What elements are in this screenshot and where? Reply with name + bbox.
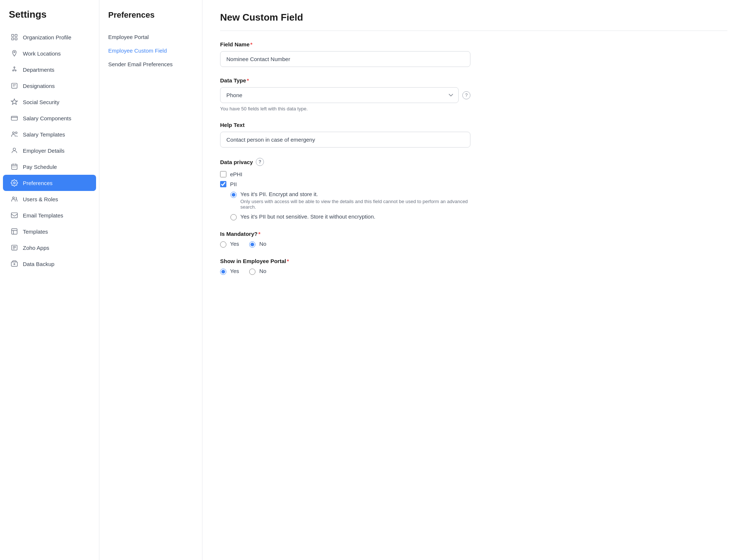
sidebar-item-salary-components[interactable]: Salary Components [3, 110, 96, 126]
middle-title: Preferences [108, 10, 193, 20]
sidebar-label: Social Security [23, 99, 59, 105]
sidebar-label: Preferences [23, 180, 53, 186]
sidebar-item-designations[interactable]: Designations [3, 78, 96, 94]
sidebar-item-pay-schedule[interactable]: Pay Schedule [3, 159, 96, 175]
mandatory-no-item[interactable]: No [249, 241, 266, 248]
pii-checkbox-item[interactable]: PII [220, 181, 470, 187]
mandatory-group: Is Mandatory?* Yes No [220, 231, 470, 248]
pii-option1[interactable]: Yes it's PII. Encrypt and store it. Only… [230, 191, 470, 210]
sidebar-label: Users & Roles [23, 196, 58, 202]
portal-no-item[interactable]: No [249, 268, 266, 275]
employee-portal-group: Show in Employee Portal* Yes No [220, 258, 470, 275]
mandatory-no-radio[interactable] [249, 241, 255, 248]
mandatory-radio-row: Yes No [220, 241, 470, 248]
templates-icon [10, 227, 18, 235]
svg-rect-3 [15, 38, 17, 40]
sidebar-item-employer-details[interactable]: Employer Details [3, 142, 96, 159]
field-name-label: Field Name* [220, 41, 470, 47]
sidebar-title: Settings [0, 9, 99, 29]
data-privacy-label: Data privacy ? [220, 158, 470, 166]
pii-option2[interactable]: Yes it's PII but not sensitive. Store it… [230, 213, 470, 220]
sidebar: Settings Organization Profile Work Locat… [0, 0, 99, 560]
ephi-checkbox-item[interactable]: ePHI [220, 171, 470, 177]
designations-icon [10, 82, 18, 90]
svg-rect-6 [12, 83, 17, 88]
svg-point-8 [13, 132, 14, 134]
org-icon [10, 33, 18, 41]
mandatory-yes-item[interactable]: Yes [220, 241, 239, 248]
data-privacy-group: Data privacy ? ePHI PII Yes it's PII. En… [220, 158, 470, 220]
page-title: New Custom Field [220, 12, 727, 31]
portal-no-radio[interactable] [249, 269, 255, 275]
sidebar-label: Templates [23, 228, 48, 235]
required-star: * [258, 231, 261, 237]
svg-point-9 [15, 132, 17, 134]
portal-yes-item[interactable]: Yes [220, 268, 239, 275]
data-privacy-help-icon[interactable]: ? [256, 158, 264, 166]
data-type-group: Data Type* Phone Text Number Date Email … [220, 77, 470, 111]
sidebar-item-data-backup[interactable]: Data Backup [3, 256, 96, 272]
sidebar-label: Data Backup [23, 261, 54, 267]
portal-yes-radio[interactable] [220, 269, 226, 275]
data-type-label: Data Type* [220, 77, 470, 84]
data-type-select[interactable]: Phone Text Number Date Email [220, 87, 459, 103]
svg-rect-15 [12, 229, 17, 234]
backup-icon [10, 260, 18, 268]
data-type-hint: You have 50 fields left with this data t… [220, 106, 470, 111]
sidebar-item-salary-templates[interactable]: Salary Templates [3, 126, 96, 142]
pii-encrypt-radio[interactable] [230, 192, 237, 198]
sidebar-item-organization-profile[interactable]: Organization Profile [3, 29, 96, 45]
svg-point-10 [13, 148, 16, 150]
ephi-label: ePHI [230, 171, 242, 177]
sidebar-label: Email Templates [23, 212, 63, 219]
salary-tmpl-icon [10, 130, 18, 138]
mandatory-yes-radio[interactable] [220, 241, 226, 248]
svg-rect-0 [12, 35, 14, 37]
sidebar-item-email-templates[interactable]: Email Templates [3, 207, 96, 223]
svg-point-4 [14, 52, 15, 53]
svg-point-12 [14, 182, 15, 184]
help-text-input[interactable] [220, 132, 470, 148]
sidebar-label: Departments [23, 67, 54, 73]
sidebar-item-work-locations[interactable]: Work Locations [3, 45, 96, 61]
sidebar-item-zoho-apps[interactable]: Zoho Apps [3, 240, 96, 256]
middle-item-sender-email[interactable]: Sender Email Preferences [108, 57, 193, 71]
middle-item-employee-portal[interactable]: Employee Portal [108, 30, 193, 44]
pay-icon [10, 163, 18, 171]
sidebar-label: Zoho Apps [23, 245, 49, 251]
sidebar-item-departments[interactable]: Departments [3, 61, 96, 78]
portal-yes-label: Yes [230, 268, 239, 274]
ephi-checkbox[interactable] [220, 171, 226, 177]
sidebar-label: Designations [23, 83, 55, 89]
pii-label: PII [230, 181, 237, 187]
middle-panel: Preferences Employee Portal Employee Cus… [99, 0, 202, 560]
users-icon [10, 195, 18, 203]
email-icon [10, 211, 18, 219]
portal-radio-row: Yes No [220, 268, 470, 275]
mandatory-no-label: No [259, 241, 266, 247]
field-name-input[interactable] [220, 51, 470, 67]
sidebar-item-users-roles[interactable]: Users & Roles [3, 191, 96, 207]
sidebar-item-preferences[interactable]: Preferences [3, 175, 96, 191]
middle-item-employee-custom-field[interactable]: Employee Custom Field [108, 44, 193, 57]
sidebar-label: Work Locations [23, 50, 61, 57]
svg-point-5 [14, 67, 15, 68]
data-type-help-icon[interactable]: ? [462, 91, 470, 99]
social-icon [10, 98, 18, 106]
pii-option1-content: Yes it's PII. Encrypt and store it. Only… [240, 191, 470, 210]
pii-no-encrypt-radio[interactable] [230, 214, 237, 220]
sidebar-item-social-security[interactable]: Social Security [3, 94, 96, 110]
svg-rect-2 [12, 38, 14, 40]
pii-option2-label: Yes it's PII but not sensitive. Store it… [240, 213, 375, 220]
mandatory-yes-label: Yes [230, 241, 239, 247]
sidebar-label: Salary Components [23, 115, 71, 121]
sidebar-item-templates[interactable]: Templates [3, 223, 96, 240]
prefs-icon [10, 179, 18, 187]
main-content: New Custom Field Field Name* Data Type* … [202, 0, 745, 560]
svg-rect-14 [11, 213, 18, 217]
departments-icon [10, 65, 18, 74]
location-icon [10, 49, 18, 57]
pii-option1-label: Yes it's PII. Encrypt and store it. [240, 191, 318, 197]
pii-checkbox[interactable] [220, 181, 226, 187]
sidebar-label: Employer Details [23, 148, 64, 154]
